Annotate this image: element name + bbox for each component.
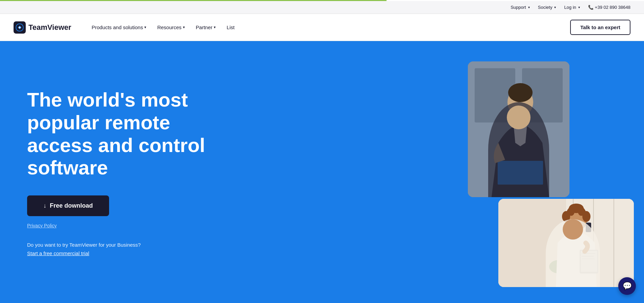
svg-rect-26 bbox=[582, 256, 594, 257]
login-link[interactable]: Log in ▾ bbox=[564, 5, 580, 10]
chat-bubble[interactable]: 💬 bbox=[618, 277, 636, 295]
hero-image-2 bbox=[498, 199, 634, 287]
resources-nav-link[interactable]: Resources ▾ bbox=[153, 22, 189, 33]
society-label: Society bbox=[538, 5, 553, 10]
phone-number: +39 02 890 38648 bbox=[595, 5, 630, 10]
svg-rect-27 bbox=[582, 259, 595, 259]
partner-label: Partner bbox=[196, 24, 212, 30]
chat-icon: 💬 bbox=[623, 282, 632, 290]
business-question: Do you want to try TeamViewer for your B… bbox=[27, 242, 264, 248]
svg-rect-23 bbox=[580, 250, 598, 273]
svg-rect-25 bbox=[582, 253, 595, 254]
support-label: Support bbox=[511, 5, 526, 10]
society-link[interactable]: Society ▾ bbox=[538, 5, 556, 10]
support-chevron: ▾ bbox=[528, 5, 530, 9]
hero-image-1 bbox=[468, 61, 569, 197]
partner-nav-link[interactable]: Partner ▾ bbox=[192, 22, 220, 33]
logo-link[interactable]: TeamViewer bbox=[14, 21, 71, 34]
svg-rect-14 bbox=[593, 199, 594, 287]
login-label: Log in bbox=[564, 5, 576, 10]
privacy-label: Privacy Policy bbox=[27, 223, 57, 228]
svg-rect-10 bbox=[498, 161, 543, 185]
main-nav: TeamViewer Products and solutions ▾ Reso… bbox=[0, 14, 644, 41]
svg-point-1 bbox=[19, 26, 20, 28]
privacy-policy-link[interactable]: Privacy Policy bbox=[27, 223, 264, 228]
svg-point-22 bbox=[569, 204, 584, 213]
man-silhouette bbox=[468, 61, 569, 197]
phone-link[interactable]: 📞 +39 02 890 38648 bbox=[588, 5, 630, 10]
talk-expert-button[interactable]: Talk to an expert bbox=[570, 20, 630, 35]
nav-cta: Talk to an expert bbox=[570, 20, 630, 35]
top-bar: Support ▾ Society ▾ Log in ▾ 📞 +39 02 89… bbox=[0, 1, 644, 14]
person-image-2 bbox=[498, 199, 634, 287]
svg-rect-28 bbox=[586, 223, 591, 232]
nav-links: Products and solutions ▾ Resources ▾ Par… bbox=[87, 22, 570, 33]
hero-content: The world's most popular remote access a… bbox=[27, 89, 264, 257]
partner-chevron: ▾ bbox=[214, 25, 216, 30]
logo-icon bbox=[14, 21, 26, 34]
login-chevron: ▾ bbox=[578, 5, 580, 9]
svg-point-8 bbox=[511, 106, 530, 118]
society-chevron: ▾ bbox=[554, 5, 556, 9]
svg-point-7 bbox=[508, 83, 533, 102]
svg-rect-15 bbox=[614, 199, 614, 287]
woman-silhouette bbox=[498, 199, 634, 287]
hero-section: The world's most popular remote access a… bbox=[0, 41, 644, 303]
svg-point-16 bbox=[549, 260, 569, 273]
download-label: Free download bbox=[50, 202, 93, 209]
products-label: Products and solutions bbox=[91, 24, 143, 30]
logo-text: TeamViewer bbox=[28, 23, 71, 32]
trial-link[interactable]: Start a free commercial trial bbox=[27, 250, 89, 256]
products-chevron: ▾ bbox=[144, 25, 146, 30]
resources-label: Resources bbox=[157, 24, 182, 30]
list-label: List bbox=[227, 24, 234, 30]
list-nav-link[interactable]: List bbox=[223, 22, 238, 33]
download-arrow-icon: ↓ bbox=[43, 202, 46, 209]
resources-chevron: ▾ bbox=[183, 25, 185, 30]
products-nav-link[interactable]: Products and solutions ▾ bbox=[87, 22, 150, 33]
svg-rect-24 bbox=[581, 251, 597, 272]
hero-title: The world's most popular remote access a… bbox=[27, 89, 237, 179]
talk-expert-label: Talk to an expert bbox=[580, 24, 620, 30]
free-download-button[interactable]: ↓ Free download bbox=[27, 195, 109, 216]
person-image-1 bbox=[468, 61, 569, 197]
svg-rect-9 bbox=[497, 160, 544, 187]
hero-images bbox=[448, 41, 644, 303]
trial-label: Start a free commercial trial bbox=[27, 250, 89, 256]
support-link[interactable]: Support ▾ bbox=[511, 5, 530, 10]
phone-icon: 📞 bbox=[588, 5, 594, 10]
